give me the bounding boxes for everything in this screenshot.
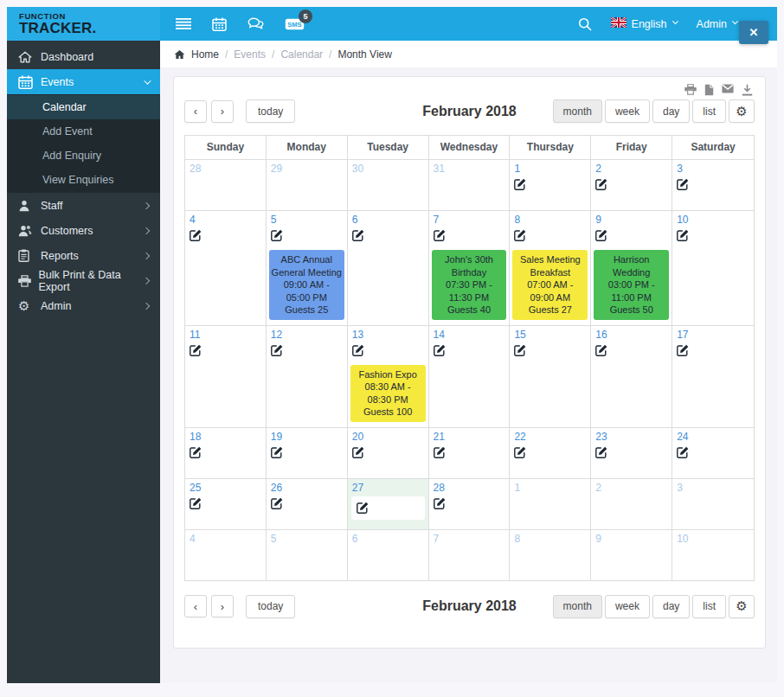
calendar-cell[interactable]: 10 xyxy=(672,530,754,580)
menu-button[interactable] xyxy=(176,18,191,29)
admin-menu[interactable]: Admin xyxy=(697,18,737,30)
calendar-cell[interactable]: 12 xyxy=(267,326,348,427)
calendar-cell[interactable]: 1 xyxy=(510,479,591,529)
calendar-cell[interactable]: 20 xyxy=(348,428,429,478)
view-button-week[interactable]: week xyxy=(605,99,650,123)
edit-event-icon[interactable] xyxy=(514,229,526,241)
calendar-cell[interactable]: 31 xyxy=(429,160,511,210)
edit-event-icon[interactable] xyxy=(434,446,446,458)
calendar-cell[interactable]: 8 xyxy=(510,530,591,580)
calendar-cell[interactable]: 5ABC Annual General Meeting09:00 AM - 05… xyxy=(267,211,348,325)
sidebar-subitem-view-enquiries[interactable]: View Enquiries xyxy=(7,168,160,192)
edit-event-icon[interactable] xyxy=(190,229,202,241)
settings-button[interactable]: ⚙ xyxy=(729,99,755,123)
prev-button[interactable]: ‹ xyxy=(184,100,207,123)
edit-event-icon[interactable] xyxy=(352,446,364,458)
calendar-cell[interactable]: 8Sales Meeting Breakfast07:00 AM - 09:00… xyxy=(510,211,591,325)
messages-button[interactable] xyxy=(247,17,264,30)
language-selector[interactable]: English xyxy=(611,17,678,30)
event-john-s-30th-birthday[interactable]: John's 30th Birthday07:30 PM - 11:30 PMG… xyxy=(432,250,507,320)
edit-event-icon[interactable] xyxy=(434,229,446,241)
calendar-cell[interactable]: 27 xyxy=(348,479,429,529)
sidebar-subitem-add-event[interactable]: Add Event xyxy=(7,119,160,144)
edit-event-icon[interactable] xyxy=(271,229,283,241)
email-button[interactable] xyxy=(722,84,734,96)
download-button[interactable] xyxy=(742,84,753,96)
sms-button[interactable]: SMS5 xyxy=(285,17,305,31)
edit-event-icon[interactable] xyxy=(677,344,689,356)
app-logo[interactable]: FUNCTION TRACKER. xyxy=(7,7,160,41)
sidebar-item-bulk-print-data-export[interactable]: Bulk Print & Data Export xyxy=(7,268,160,293)
calendar-cell[interactable]: 28 xyxy=(429,479,511,529)
sidebar-item-reports[interactable]: Reports xyxy=(7,243,160,268)
edit-event-icon[interactable] xyxy=(190,446,202,458)
breadcrumb-calendar[interactable]: Calendar xyxy=(280,48,323,61)
calendar-cell[interactable]: 23 xyxy=(591,428,672,478)
calendar-cell[interactable]: 14 xyxy=(429,326,511,427)
calendar-cell[interactable]: 2 xyxy=(591,479,672,529)
calendar-cell[interactable]: 21 xyxy=(429,428,511,478)
today-button[interactable]: today xyxy=(246,99,295,123)
event-abc-annual-general-meeting[interactable]: ABC Annual General Meeting09:00 AM - 05:… xyxy=(269,250,344,320)
calendar-cell[interactable]: 1 xyxy=(510,160,591,210)
settings-button[interactable]: ⚙ xyxy=(729,595,755,618)
edit-event-icon[interactable] xyxy=(190,344,202,356)
calendar-cell[interactable]: 30 xyxy=(348,160,429,210)
calendar-cell[interactable]: 2 xyxy=(591,160,672,210)
calendar-cell[interactable]: 6 xyxy=(348,211,429,325)
edit-event-icon[interactable] xyxy=(595,178,607,190)
sidebar-item-staff[interactable]: Staff xyxy=(7,193,160,218)
next-button[interactable]: › xyxy=(211,100,234,123)
edit-event-icon[interactable] xyxy=(514,178,526,190)
today-button[interactable]: today xyxy=(246,595,295,618)
sidebar-item-dashboard[interactable]: Dashboard xyxy=(7,44,160,69)
edit-event-icon[interactable] xyxy=(677,178,689,190)
edit-event-icon[interactable] xyxy=(352,344,364,356)
edit-event-icon[interactable] xyxy=(434,497,446,509)
event-harrison-wedding[interactable]: Harrison Wedding03:00 PM - 11:00 PMGuest… xyxy=(594,250,669,320)
prev-button[interactable]: ‹ xyxy=(184,595,207,617)
sidebar-item-admin[interactable]: ⚙Admin xyxy=(7,293,160,318)
today-event-slot[interactable] xyxy=(351,496,425,520)
sidebar-subitem-add-enquiry[interactable]: Add Enquiry xyxy=(7,144,160,168)
calendar-cell[interactable]: 18 xyxy=(185,428,267,478)
breadcrumb-home[interactable]: Home xyxy=(191,48,219,61)
calendar-cell[interactable]: 13Fashion Expo08:30 AM - 08:30 PMGuests … xyxy=(348,326,429,427)
calendar-cell[interactable]: 6 xyxy=(348,530,429,580)
calendar-cell[interactable]: 15 xyxy=(510,326,591,427)
view-button-list[interactable]: list xyxy=(692,595,726,618)
edit-event-icon[interactable] xyxy=(677,446,689,458)
view-button-day[interactable]: day xyxy=(652,99,690,123)
calendar-cell[interactable]: 7 xyxy=(429,530,511,580)
calendar-cell[interactable]: 25 xyxy=(185,479,267,529)
edit-event-icon[interactable] xyxy=(514,446,526,458)
calendar-cell[interactable]: 17 xyxy=(672,326,754,427)
event-sales-meeting-breakfast[interactable]: Sales Meeting Breakfast07:00 AM - 09:00 … xyxy=(512,250,588,320)
calendar-cell[interactable]: 4 xyxy=(185,211,267,325)
calendar-cell[interactable]: 24 xyxy=(672,428,754,478)
export-file-button[interactable] xyxy=(704,84,714,96)
view-button-list[interactable]: list xyxy=(692,99,726,123)
view-button-day[interactable]: day xyxy=(652,595,690,618)
edit-event-icon[interactable] xyxy=(434,344,446,356)
calendar-cell[interactable]: 4 xyxy=(185,530,267,580)
calendar-cell[interactable]: 5 xyxy=(267,530,348,580)
edit-event-icon[interactable] xyxy=(271,446,283,458)
calendar-cell[interactable]: 16 xyxy=(591,326,672,427)
calendar-cell[interactable]: 3 xyxy=(672,160,754,210)
close-button[interactable]: ✕ xyxy=(739,21,768,44)
calendar-cell[interactable]: 3 xyxy=(672,479,754,529)
calendar-cell[interactable]: 26 xyxy=(267,479,348,529)
edit-event-icon[interactable] xyxy=(271,497,283,509)
calendar-cell[interactable]: 11 xyxy=(185,326,267,427)
calendar-cell[interactable]: 22 xyxy=(510,428,591,478)
calendar-cell[interactable]: 9Harrison Wedding03:00 PM - 11:00 PMGues… xyxy=(591,211,672,325)
edit-event-icon[interactable] xyxy=(595,344,607,356)
breadcrumb-events[interactable]: Events xyxy=(234,48,266,61)
event-fashion-expo[interactable]: Fashion Expo08:30 AM - 08:30 PMGuests 10… xyxy=(350,365,426,422)
sidebar-subitem-calendar[interactable]: Calendar xyxy=(7,95,160,119)
calendar-cell[interactable]: 29 xyxy=(267,160,348,210)
print-button[interactable] xyxy=(684,84,697,96)
edit-event-icon[interactable] xyxy=(352,229,364,241)
calendar-cell[interactable]: 9 xyxy=(591,530,672,580)
